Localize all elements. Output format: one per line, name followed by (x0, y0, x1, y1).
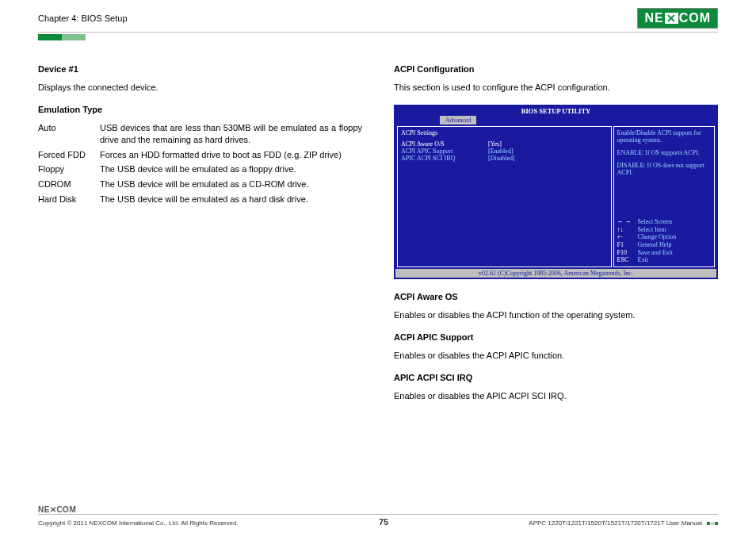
accent-bar (38, 34, 86, 40)
emulation-desc: The USB device will be emulated as a har… (100, 194, 362, 205)
emulation-row: Forced FDDForces an HDD formatted drive … (38, 149, 362, 161)
text-acpi-apic: Enables or disables the ACPI APIC functi… (394, 350, 718, 362)
nexcom-logo: NE✕COM (637, 8, 718, 29)
emulation-key: Forced FDD (38, 149, 100, 161)
bios-help2: ENABLE: If OS supports ACPI. (617, 149, 711, 157)
text-acpi-config: This section is used to configure the AC… (394, 82, 718, 94)
emulation-row: FloppyThe USB device will be emulated as… (38, 163, 362, 175)
bios-nav: ← →Select Screen↑↓Select Item+-Change Op… (617, 218, 711, 264)
bios-tabs: Advanced (395, 116, 716, 125)
text-apic-sci: Enables or disables the APIC ACPI SCI IR… (394, 390, 718, 402)
bios-nav-row: +-Change Option (617, 233, 711, 241)
bios-nav-row: ← →Select Screen (617, 218, 711, 226)
footer-dots-icon (707, 522, 718, 525)
bios-help3: DISABLE: If OS does not support ACPI. (617, 162, 711, 177)
emulation-key: Floppy (38, 163, 100, 175)
footer-logo: NE✕COM (38, 505, 718, 514)
emulation-row: Hard DiskThe USB device will be emulated… (38, 194, 362, 205)
bios-help-pane: Enable/Disable ACPI support for operatin… (613, 126, 715, 267)
bios-option: ACPI APIC Support[Enabled] (401, 148, 608, 155)
emulation-row: CDROMThe USB device will be emulated as … (38, 178, 362, 190)
bios-copyright: v02.61 (C)Copyright 1985-2006, American … (395, 269, 716, 278)
bios-tab-advanced: Advanced (440, 116, 476, 125)
heading-device1: Device #1 (38, 64, 362, 74)
bios-option: APIC ACPI SCI IRQ[Disabled] (401, 155, 608, 162)
heading-acpi-config: ACPI Configuration (394, 64, 718, 74)
heading-apic-sci: APIC ACPI SCI IRQ (394, 373, 718, 382)
bios-section: ACPI Settings (401, 129, 608, 136)
page-number: 75 (379, 517, 388, 527)
bios-title: BIOS SETUP UTILITY (395, 106, 716, 116)
heading-acpi-apic: ACPI APIC Support (394, 332, 718, 342)
emulation-key: Hard Disk (38, 194, 100, 205)
emulation-desc: The USB device will be emulated as a CD-… (100, 178, 362, 190)
heading-emulation: Emulation Type (38, 105, 362, 114)
header-rule (38, 32, 718, 33)
bios-option: ACPI Aware O/S[Yes] (401, 140, 608, 148)
bios-help1: Enable/Disable ACPI support for operatin… (617, 129, 711, 144)
bios-nav-row: F1General Help (617, 241, 711, 249)
emulation-desc: Forces an HDD formatted drive to boot as… (100, 149, 362, 161)
emulation-key: CDROM (38, 178, 100, 190)
text-acpi-aware: Enables or disables the ACPI function of… (394, 309, 718, 321)
bios-nav-row: F10Save and Exit (617, 249, 711, 257)
emulation-desc: USB devices that are less than 530MB wil… (100, 122, 362, 146)
emulation-row: AutoUSB devices that are less than 530MB… (38, 122, 362, 146)
footer-copyright: Copyright © 2011 NEXCOM International Co… (38, 520, 239, 527)
left-column: Device #1 Displays the connected device.… (38, 64, 362, 412)
right-column: ACPI Configuration This section is used … (394, 64, 718, 412)
footer-doc: APPC 1220T/1221T/1520T/1521T/1720T/1721T… (529, 520, 702, 527)
text-device1: Displays the connected device. (38, 82, 362, 94)
bios-left-pane: ACPI Settings ACPI Aware O/S[Yes]ACPI AP… (397, 126, 612, 267)
bios-screenshot: BIOS SETUP UTILITY Advanced ACPI Setting… (394, 105, 718, 279)
emulation-desc: The USB device will be emulated as a flo… (100, 163, 362, 175)
bios-nav-row: ESCExit (617, 256, 711, 264)
heading-acpi-aware: ACPI Aware OS (394, 292, 718, 301)
emulation-key: Auto (38, 122, 100, 146)
page-footer: NE✕COM Copyright © 2011 NEXCOM Internati… (38, 505, 718, 527)
bios-nav-row: ↑↓Select Item (617, 226, 711, 234)
chapter-title: Chapter 4: BIOS Setup (38, 13, 128, 23)
